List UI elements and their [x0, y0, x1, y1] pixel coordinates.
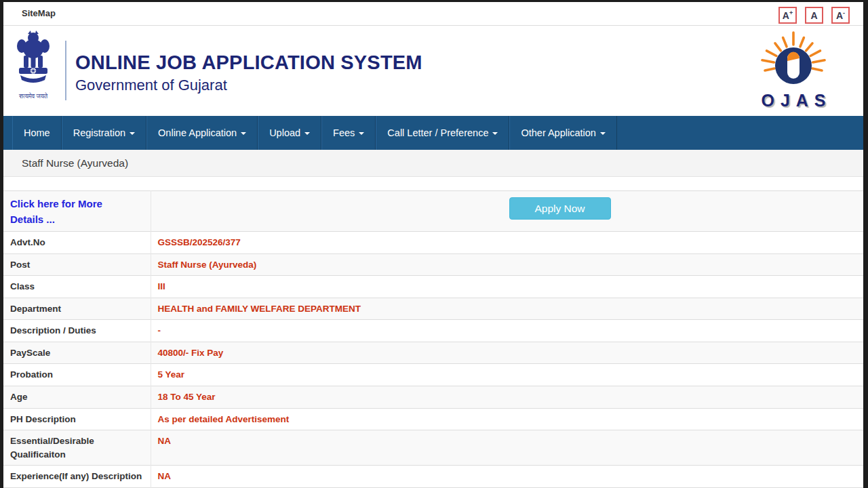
national-emblem-icon — [14, 30, 52, 89]
job-details-body: Click here for More Details ... Apply No… — [3, 191, 863, 488]
more-details-cell: Click here for More Details ... — [3, 191, 151, 232]
chevron-down-icon — [130, 132, 135, 135]
nav-item-label: Other Application — [521, 127, 595, 138]
ojas-sun-icon — [753, 31, 834, 94]
main-navigation: Home Registration Online Application Upl… — [3, 116, 863, 150]
row-label: Department — [3, 298, 151, 320]
row-label: PayScale — [3, 342, 151, 364]
font-size-button[interactable]: A+ — [778, 7, 797, 24]
more-details-link[interactable]: Click here for More Details ... — [10, 197, 125, 227]
nav-item-label: Home — [24, 127, 50, 138]
table-row: Essential/Desirable Qualificaiton NA — [3, 430, 863, 466]
row-value: Staff Nurse (Ayurveda) — [151, 253, 863, 276]
emblem-caption: सत्यमेव जयते — [12, 93, 55, 100]
nav-item-label: Registration — [73, 127, 125, 138]
row-label: Essential/Desirable Qualificaiton — [3, 430, 151, 466]
apply-cell: Apply Now — [151, 191, 863, 232]
row-value: - — [151, 320, 863, 342]
nav-item[interactable]: Other Application — [509, 116, 616, 150]
table-row: Experience(If any) Description NA — [3, 466, 863, 488]
row-value: GSSSB/202526/377 — [151, 232, 863, 254]
font-size-button-label: A — [836, 10, 843, 21]
row-value: NA — [151, 466, 863, 488]
row-value: As per detailed Advertisement — [151, 408, 863, 430]
ojas-logo: OJAS — [749, 31, 837, 110]
apply-row: Click here for More Details ... Apply No… — [3, 191, 863, 232]
ojas-logo-text: OJAS — [749, 91, 837, 110]
sitemap-link[interactable]: SiteMap — [3, 2, 56, 25]
font-size-button-modifier: + — [789, 9, 793, 16]
table-row: Post Staff Nurse (Ayurveda) — [3, 253, 863, 276]
nav-item[interactable]: Registration — [62, 116, 146, 150]
page-container: SiteMap A+ A A- — [3, 2, 863, 481]
header-titles: ONLINE JOB APPLICATION SYSTEM Government… — [75, 52, 422, 94]
table-row: PayScale 40800/- Fix Pay — [3, 342, 863, 364]
row-value: 18 To 45 Year — [151, 386, 863, 408]
emblem-block: सत्यमेव जयते — [12, 30, 55, 100]
font-size-button-label: A — [783, 10, 789, 21]
chevron-down-icon — [359, 132, 364, 135]
table-row: Advt.No GSSSB/202526/377 — [3, 232, 863, 254]
table-row: PH Description As per detailed Advertise… — [3, 408, 863, 430]
font-size-button-label: A — [810, 10, 817, 21]
row-label: Description / Duties — [3, 320, 151, 342]
chevron-down-icon — [241, 132, 246, 135]
nav-item[interactable]: Call Letter / Preference — [376, 116, 509, 150]
row-label: Probation — [3, 364, 151, 386]
chevron-down-icon — [600, 132, 606, 135]
row-label: Advt.No — [3, 232, 151, 254]
nav-item-label: Online Application — [158, 127, 237, 138]
site-header: सत्यमेव जयते ONLINE JOB APPLICATION SYST… — [3, 26, 863, 116]
apply-now-button[interactable]: Apply Now — [509, 197, 611, 220]
row-value: III — [151, 276, 863, 298]
font-size-button[interactable]: A- — [831, 7, 850, 24]
row-value: NA — [151, 430, 863, 466]
row-label: Post — [3, 253, 151, 276]
breadcrumb-title: Staff Nurse (Ayurveda) — [22, 157, 128, 169]
row-value: 5 Year — [151, 364, 863, 386]
nav-item-label: Call Letter / Preference — [387, 127, 488, 138]
font-size-controls: A+ A A- — [778, 7, 850, 24]
nav-item[interactable]: Fees — [321, 116, 376, 150]
font-size-button[interactable]: A — [805, 7, 823, 24]
row-label: Age — [3, 386, 151, 408]
row-value: 40800/- Fix Pay — [151, 342, 863, 364]
page-title: ONLINE JOB APPLICATION SYSTEM — [75, 52, 422, 74]
nav-item-label: Upload — [269, 127, 300, 138]
nav-item[interactable]: Online Application — [146, 116, 258, 150]
table-row: Description / Duties - — [3, 320, 863, 342]
table-row: Department HEALTH and FAMILY WELFARE DEP… — [3, 298, 863, 320]
row-label: PH Description — [3, 408, 151, 430]
nav-item[interactable]: Upload — [258, 116, 321, 150]
nav-item[interactable]: Home — [12, 116, 62, 150]
row-label: Experience(If any) Description — [3, 466, 151, 488]
top-utility-bar: SiteMap A+ A A- — [3, 2, 863, 26]
page-subtitle: Government of Gujarat — [75, 77, 422, 94]
nav-item-label: Fees — [333, 127, 355, 138]
content-gap — [3, 177, 863, 190]
header-divider — [65, 41, 66, 100]
job-details-table: Click here for More Details ... Apply No… — [3, 190, 863, 488]
row-label: Class — [3, 276, 151, 298]
row-value: HEALTH and FAMILY WELFARE DEPARTMENT — [151, 298, 863, 320]
table-row: Age 18 To 45 Year — [3, 386, 863, 408]
font-size-button-modifier: - — [843, 9, 845, 16]
chevron-down-icon — [304, 132, 310, 135]
chevron-down-icon — [492, 132, 498, 135]
table-row: Class III — [3, 276, 863, 298]
table-row: Probation 5 Year — [3, 364, 863, 386]
breadcrumb: Staff Nurse (Ayurveda) — [3, 150, 863, 177]
